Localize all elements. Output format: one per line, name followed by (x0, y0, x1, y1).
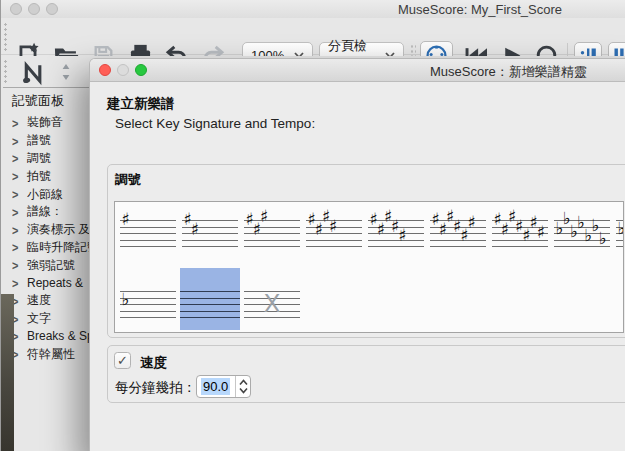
toolbar-drag-handle[interactable] (3, 22, 9, 51)
dialog-titlebar[interactable]: MuseScore：新增樂譜精靈 (90, 59, 625, 82)
close-window-button[interactable] (10, 3, 22, 15)
sidebar-item-label: Repeats & (27, 276, 83, 290)
staff-lines (180, 291, 240, 319)
sidebar-item[interactable]: >譜號 (3, 132, 89, 150)
sidebar-item[interactable]: >速度 (3, 292, 89, 310)
wizard-step-subheading: Select Key Signature and Tempo: (115, 116, 315, 131)
sharp-accidental-glyph: ♯ (122, 211, 130, 228)
spin-up-icon[interactable] (239, 379, 248, 386)
sidebar-item[interactable]: >符幹屬性 (3, 345, 89, 363)
checkmark-icon: ✓ (117, 353, 128, 368)
sidebar-item[interactable]: >譜線： (3, 203, 89, 221)
sidebar-item[interactable]: >文字 (3, 310, 89, 328)
main-toolbar: 100% 分頁檢視 (1, 18, 625, 55)
key-cell-1-sharps[interactable]: ♯ (120, 207, 176, 263)
sidebar-item-label: 臨時升降記號 (27, 239, 89, 256)
key-cell-no-accidentals[interactable] (180, 268, 240, 330)
sidebar-item-label: Breaks & Sp (27, 329, 89, 343)
expand-chevron-icon[interactable]: > (12, 187, 24, 201)
sidebar-item[interactable]: >拍號 (3, 167, 89, 185)
atonal-x-glyph: X (244, 290, 300, 317)
key-cell-open-atonal[interactable]: X (244, 268, 300, 330)
tempo-checkbox[interactable]: ✓ (114, 352, 131, 369)
sidebar-item[interactable]: >演奏標示 及 (3, 221, 89, 239)
window-title: MuseScore: My_First_Score (398, 2, 562, 17)
key-cell-7-sharps[interactable]: ♯♯♯♯♯♯♯ (492, 207, 548, 263)
close-dialog-button[interactable] (99, 64, 111, 76)
sidebar-item-label: 拍號 (27, 168, 51, 185)
sidebar-item[interactable]: >臨時升降記號 (3, 239, 89, 257)
sidebar-item-label: 速度 (27, 292, 51, 309)
sharp-accidental-glyph: ♯ (191, 221, 199, 238)
expand-chevron-icon[interactable]: > (12, 223, 24, 237)
sidebar-item[interactable]: >Repeats & (3, 274, 89, 292)
palette-item-list: >裝飾音>譜號>調號>拍號>小節線>譜線：>演奏標示 及>臨時升降記號>強弱記號… (3, 114, 89, 363)
sharp-accidental-glyph: ♯ (537, 224, 545, 241)
key-cell-2-sharps[interactable]: ♯♯ (182, 207, 238, 263)
expand-chevron-icon[interactable]: > (12, 205, 24, 219)
new-score-wizard-dialog: MuseScore：新增樂譜精靈 建立新樂譜 Select Key Signat… (89, 58, 625, 451)
palettes-panel-header: 記號面板 (3, 88, 89, 114)
flat-accidental-glyph: ♭ (122, 291, 130, 308)
sharp-accidental-glyph: ♯ (468, 214, 476, 231)
zoom-dialog-button[interactable] (135, 64, 147, 76)
key-cell-5-sharps[interactable]: ♯♯♯♯♯ (368, 207, 424, 263)
expand-chevron-icon[interactable]: > (12, 258, 24, 272)
sidebar-item[interactable]: >調號 (3, 150, 89, 168)
minimize-window-button[interactable] (28, 3, 40, 15)
key-signature-group-label: 調號 (115, 171, 141, 189)
sidebar-item[interactable]: >Breaks & Sp (3, 328, 89, 346)
expand-chevron-icon[interactable]: > (12, 169, 24, 183)
sidebar-item-label: 小節線 (27, 186, 63, 203)
key-cell-6-sharps[interactable]: ♯♯♯♯♯♯ (430, 207, 486, 263)
note-input-button[interactable] (20, 59, 47, 86)
desktop-background-strip (1, 294, 14, 451)
expand-chevron-icon[interactable]: > (12, 276, 24, 290)
note-input-n-icon (20, 59, 47, 86)
flat-accidental-glyph: ♭ (599, 230, 607, 247)
key-signature-grid: ♯♯♯♯♯♯♯♯♯♯♯♯♯♯♯♯♯♯♯♯♯♯♯♯♯♯♯♯♭♭♭♭♭♭♭♭♭♭♭♭… (114, 201, 624, 333)
expand-chevron-icon[interactable]: > (12, 134, 24, 148)
wizard-step-heading: 建立新樂譜 (107, 95, 175, 113)
sharp-accidental-glyph: ♯ (398, 227, 406, 244)
key-cell-7-flats[interactable]: ♭♭♭♭♭♭♭ (554, 207, 610, 263)
sidebar-item-label: 裝飾音 (27, 114, 63, 131)
spin-down-icon[interactable] (239, 387, 248, 394)
dialog-title: MuseScore：新增樂譜精靈 (430, 63, 587, 81)
expand-chevron-icon[interactable]: > (12, 241, 24, 255)
key-signature-group: 調號 ♯♯♯♯♯♯♯♯♯♯♯♯♯♯♯♯♯♯♯♯♯♯♯♯♯♯♯♯♭♭♭♭♭♭♭♭♭… (107, 164, 625, 338)
sharp-accidental-glyph: ♯ (260, 208, 268, 225)
key-cell-4-sharps[interactable]: ♯♯♯♯ (306, 207, 362, 263)
bpm-stepper[interactable] (235, 376, 250, 397)
expand-chevron-icon[interactable]: > (12, 116, 24, 130)
bpm-label: 每分鐘幾拍： (115, 379, 196, 397)
toolbar-drag-handle[interactable] (3, 59, 9, 85)
sidebar-item-label: 強弱記號 (27, 257, 75, 274)
sidebar-item-label: 演奏標示 及 (27, 221, 89, 238)
sidebar-item[interactable]: >小節線 (3, 185, 89, 203)
tempo-checkbox-label: 速度 (140, 354, 167, 372)
stepper-arrows-icon (61, 62, 71, 82)
sidebar-item[interactable]: >裝飾音 (3, 114, 89, 132)
zoom-window-button[interactable] (46, 3, 58, 15)
sharp-accidental-glyph: ♯ (329, 218, 337, 235)
musescore-main-window: MuseScore: My_First_Score (0, 0, 625, 451)
key-cell-1-flats[interactable]: ♭ (120, 268, 176, 330)
minimize-dialog-button[interactable] (117, 64, 129, 76)
sidebar-item-label: 符幹屬性 (27, 346, 75, 363)
palettes-panel: 記號面板 >裝飾音>譜號>調號>拍號>小節線>譜線：>演奏標示 及>臨時升降記號… (3, 87, 89, 451)
key-cell-6-flats[interactable]: ♭♭♭♭♭♭ (616, 207, 624, 263)
expand-chevron-icon[interactable]: > (12, 152, 24, 166)
sidebar-item-label: 文字 (27, 310, 51, 327)
bpm-spinbox[interactable]: 90.0 (196, 375, 251, 398)
bpm-value: 90.0 (201, 378, 230, 395)
sidebar-item-label: 譜號 (27, 132, 51, 149)
main-window-titlebar[interactable]: MuseScore: My_First_Score (1, 0, 625, 18)
voice-stepper[interactable] (60, 61, 72, 83)
sidebar-item-label: 調號 (27, 150, 51, 167)
key-cell-3-sharps[interactable]: ♯♯♯ (244, 207, 300, 263)
sidebar-item-label: 譜線： (27, 203, 63, 220)
sidebar-item[interactable]: >強弱記號 (3, 256, 89, 274)
tempo-group: ✓ 速度 每分鐘幾拍： 90.0 (107, 345, 625, 403)
flat-accidental-glyph: ♭ (618, 220, 625, 237)
